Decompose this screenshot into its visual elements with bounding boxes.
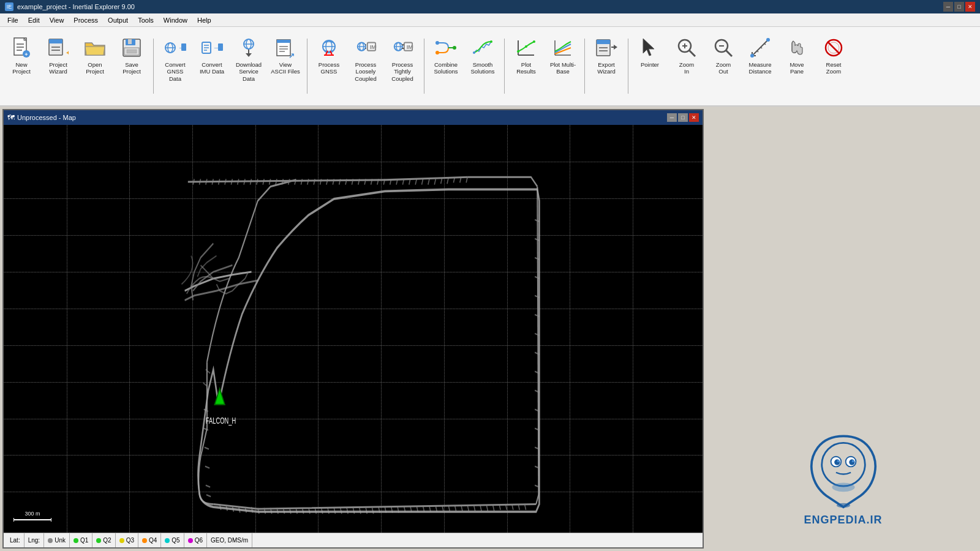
zoom-out-button[interactable]: ZoomOut — [706, 32, 741, 100]
svg-marker-32 — [246, 53, 252, 57]
open-project-button[interactable]: OpenProject — [77, 32, 113, 100]
maximize-button[interactable]: □ — [954, 2, 964, 12]
move-pane-button[interactable]: MovePane — [779, 32, 815, 100]
scale-bar: 300 m — [13, 511, 51, 522]
svg-text:IMU: IMU — [407, 43, 413, 50]
svg-point-203 — [821, 443, 865, 486]
convert-imu-button[interactable]: → ConvertIMU Data — [194, 32, 230, 100]
project-wizard-button[interactable]: ✦ ProjectWizard — [40, 32, 76, 100]
menu-output[interactable]: Output — [103, 15, 133, 25]
scale-bar-label: 300 m — [13, 511, 51, 517]
map-maximize-button[interactable]: □ — [678, 113, 688, 122]
plot-results-label: PlotResults — [516, 61, 536, 75]
map-window-title: Unprocessed - Map — [17, 114, 76, 121]
zoom-in-button[interactable]: ZoomIn — [669, 32, 704, 100]
app-icon: IE — [5, 2, 13, 11]
plot-multi-base-button[interactable]: Plot Multi-Base — [545, 32, 581, 100]
svg-line-90 — [225, 179, 226, 184]
menu-file[interactable]: File — [2, 15, 23, 25]
export-wizard-button[interactable]: ExportWizard — [589, 32, 624, 100]
process-loosely-icon: IMU — [355, 37, 377, 59]
svg-text:↗: ↗ — [288, 51, 295, 58]
combine-solutions-button[interactable]: CombineSolutions — [428, 32, 464, 100]
lat-label: Lat: — [10, 537, 20, 544]
watermark-text: ENGPEDIA.IR — [804, 514, 882, 527]
svg-text:IMU: IMU — [370, 43, 377, 50]
menu-window[interactable]: Window — [159, 15, 192, 25]
separator-6 — [628, 39, 628, 94]
menu-edit[interactable]: Edit — [23, 15, 45, 25]
convert-gnss-label: ConvertGNSSData — [165, 61, 185, 82]
view-ascii-icon: ↗ — [274, 37, 296, 59]
view-ascii-button[interactable]: ↗ ViewASCII Files — [268, 32, 303, 100]
measure-distance-button[interactable]: MeasureDistance — [742, 32, 778, 100]
download-service-button[interactable]: DownloadServiceData — [231, 32, 266, 100]
convert-gnss-button[interactable]: → ConvertGNSSData — [157, 32, 193, 100]
menu-view[interactable]: View — [45, 15, 69, 25]
map-minimize-button[interactable]: ─ — [667, 113, 677, 122]
reset-zoom-label: ResetZoom — [826, 61, 842, 75]
separator-3 — [424, 39, 424, 94]
map-canvas[interactable]: FALCON_H 300 m — [4, 125, 703, 533]
unk-dot — [48, 538, 53, 543]
q5-label: Q5 — [172, 537, 179, 544]
app-title: example_project - Inertial Explorer 9.00 — [17, 3, 135, 10]
svg-line-94 — [250, 179, 251, 184]
plot-multi-base-icon — [552, 37, 574, 59]
smooth-solutions-label: SmoothSolutions — [470, 61, 494, 75]
svg-point-209 — [851, 460, 854, 462]
q3-field: Q3 — [116, 533, 138, 547]
svg-point-207 — [849, 459, 854, 465]
close-button[interactable]: ✕ — [965, 2, 975, 12]
pointer-button[interactable]: Pointer — [632, 32, 668, 100]
minimize-button[interactable]: ─ — [943, 2, 953, 12]
svg-point-210 — [832, 482, 854, 492]
process-gnss-button[interactable]: ProcessGNSS — [311, 32, 347, 100]
map-close-button[interactable]: ✕ — [689, 113, 699, 122]
toolbar: + NewProject ✦ ProjectWizard OpenProject — [0, 27, 980, 107]
q1-label: Q1 — [80, 537, 88, 544]
open-project-label: OpenProject — [86, 61, 104, 75]
save-project-button[interactable]: SaveProject — [114, 32, 149, 100]
q2-label: Q2 — [103, 537, 111, 544]
svg-line-83 — [827, 42, 840, 54]
smooth-solutions-button[interactable]: SmoothSolutions — [465, 32, 500, 100]
main-area: 🗺 Unprocessed - Map ─ □ ✕ — [0, 107, 980, 551]
svg-line-171 — [486, 505, 488, 511]
convert-gnss-icon: → — [164, 37, 186, 59]
smooth-solutions-icon — [472, 37, 494, 59]
q4-dot — [142, 538, 147, 543]
reset-zoom-button[interactable]: ResetZoom — [816, 32, 851, 100]
svg-line-122 — [428, 179, 429, 184]
window-controls: ─ □ ✕ — [943, 2, 975, 12]
combine-solutions-label: CombineSolutions — [434, 61, 458, 75]
svg-line-197 — [206, 485, 210, 487]
map-window: 🗺 Unprocessed - Map ─ □ ✕ — [2, 109, 704, 549]
right-panel: ENGPEDIA.IR — [706, 107, 980, 551]
svg-line-81 — [764, 43, 766, 45]
plot-multi-base-label: Plot Multi-Base — [550, 61, 576, 75]
lat-field: Lat: — [6, 533, 24, 547]
menu-process[interactable]: Process — [69, 15, 103, 25]
lng-label: Lng: — [28, 537, 40, 544]
process-loosely-button[interactable]: IMU ProcessLooselyCoupled — [348, 32, 383, 100]
new-project-button[interactable]: + NewProject — [4, 32, 39, 100]
q6-label: Q6 — [195, 537, 203, 544]
svg-line-92 — [238, 179, 239, 184]
project-wizard-label: ProjectWizard — [49, 61, 67, 75]
menu-help[interactable]: Help — [192, 15, 216, 25]
plot-results-button[interactable]: PlotResults — [508, 32, 544, 100]
svg-line-98 — [276, 179, 277, 184]
svg-line-80 — [761, 47, 762, 48]
svg-rect-21 — [181, 43, 186, 51]
new-project-label: NewProject — [12, 61, 31, 75]
svg-line-100 — [288, 179, 290, 184]
lng-field: Lng: — [24, 533, 44, 547]
coord-field: GEO, DMS/m — [207, 533, 252, 547]
svg-line-93 — [244, 179, 245, 184]
svg-rect-14 — [128, 39, 132, 44]
menu-tools[interactable]: Tools — [133, 15, 159, 25]
q2-field: Q2 — [92, 533, 115, 547]
process-tightly-button[interactable]: IMU ProcessTightlyCoupled — [385, 32, 420, 100]
svg-line-123 — [434, 179, 435, 184]
